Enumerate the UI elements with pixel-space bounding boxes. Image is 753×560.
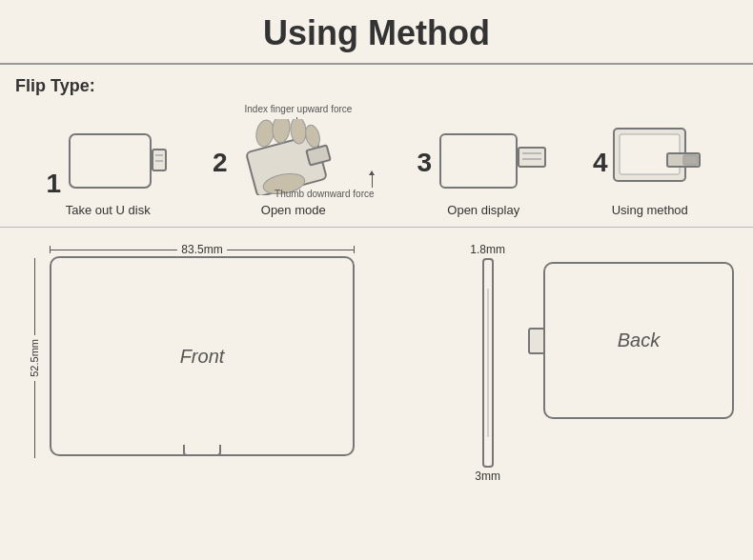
connector-label: 3mm (475, 470, 500, 483)
front-card-row: 52.5mm Front (19, 256, 432, 458)
side-view: 1.8mm 3mm (470, 243, 505, 483)
step-3-caption: Open display (447, 203, 519, 217)
step-3-svg (436, 127, 550, 195)
annotation-index-finger: Index finger upward force (245, 104, 353, 114)
svg-rect-18 (683, 155, 698, 165)
height-label: 52.5mm (29, 335, 40, 381)
step-1-svg (65, 127, 170, 195)
hand-svg (232, 119, 375, 195)
thin-bar (482, 258, 494, 468)
back-card: Back (543, 262, 734, 419)
usb-notch (183, 445, 221, 456)
steps-row: 1 Take out U disk 2 (15, 104, 738, 217)
step-3-number: 3 (417, 148, 432, 178)
thin-bar-line (487, 289, 488, 437)
width-label: 83.5mm (177, 243, 226, 256)
dimensions-section: 83.5mm 52.5mm Front 1.8mm (0, 228, 753, 492)
step-1: 1 Take out U disk (46, 127, 170, 217)
front-card: Front (50, 256, 355, 456)
step-1-image (65, 127, 170, 199)
step-4-image (612, 127, 707, 199)
step-4-svg (612, 127, 707, 195)
step-3-image (436, 127, 550, 199)
front-card-label: Front (180, 346, 225, 368)
step-1-caption: Take out U disk (66, 203, 151, 217)
step-2: 2 Index finger upward force (213, 104, 375, 217)
svg-rect-0 (70, 134, 151, 188)
step-4-caption: Using method (612, 203, 688, 217)
width-dimension: 83.5mm (50, 243, 355, 256)
step-4-number: 4 (593, 148, 608, 178)
back-section: Back (543, 262, 734, 419)
svg-rect-11 (440, 134, 517, 188)
step-2-number: 2 (213, 148, 228, 178)
step-2-caption: Open mode (261, 203, 326, 217)
annotation-thumb: Thumb downward force (275, 189, 375, 199)
thickness-label: 1.8mm (470, 243, 505, 256)
height-dimension: 52.5mm (19, 258, 50, 458)
arrow-up-thumb (372, 174, 373, 188)
svg-point-8 (271, 119, 291, 144)
step-3: 3 Open display (417, 127, 550, 217)
svg-rect-1 (153, 150, 166, 170)
step-1-number: 1 (46, 169, 61, 199)
step-4: 4 Using method (593, 127, 707, 217)
step-2-image: Index finger upward force (232, 104, 375, 199)
flip-label: Flip Type: (15, 76, 738, 96)
usb-tab (528, 328, 545, 354)
front-section: 83.5mm 52.5mm Front (19, 243, 432, 458)
back-card-label: Back (618, 330, 660, 351)
flip-section: Flip Type: 1 Take out U disk (0, 65, 753, 228)
page-title: Using Method (0, 0, 753, 65)
svg-rect-12 (519, 148, 545, 167)
